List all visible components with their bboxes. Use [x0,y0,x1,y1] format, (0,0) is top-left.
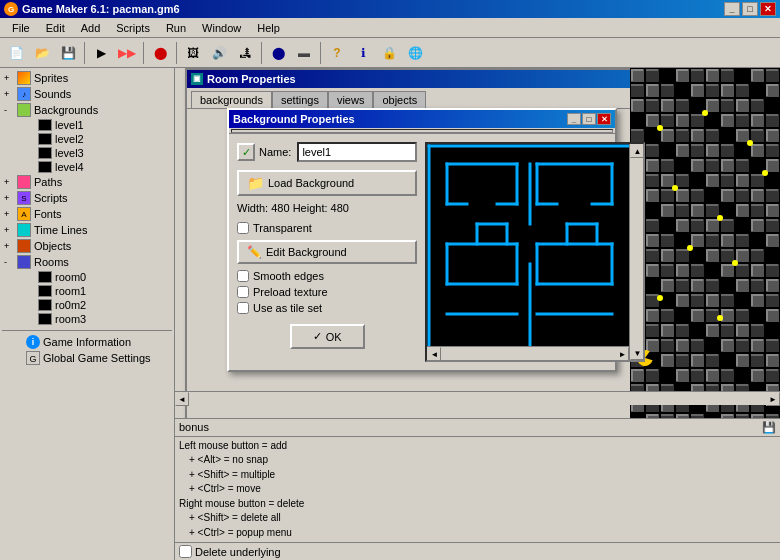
tree-folder-scripts[interactable]: + S Scripts [2,190,172,206]
game-info-item[interactable]: i Game Information [2,334,172,350]
global-settings-item[interactable]: G Global Game Settings [2,350,172,366]
tree-folder-paths[interactable]: + Paths [2,174,172,190]
expand-sounds[interactable]: + [4,89,14,99]
name-input[interactable] [297,142,417,162]
stop-tool[interactable]: ⬤ [148,41,172,65]
fonts-label: Fonts [34,208,62,220]
tree-file-room3[interactable]: room3 [14,312,172,326]
toolbar: 📄 📂 💾 ▶ ▶▶ ⬤ 🖼 🔊 🏞 ⬤ ▬ ? ℹ 🔒 🌐 [0,38,780,68]
size-display: Width: 480 Height: 480 [237,202,417,214]
add-bg-tool[interactable]: 🏞 [233,41,257,65]
menu-add[interactable]: Add [73,20,109,36]
tab-backgrounds[interactable]: backgrounds [191,91,272,108]
add-sound-tool[interactable]: 🔊 [207,41,231,65]
menu-scripts[interactable]: Scripts [108,20,158,36]
accept-icon[interactable]: ✓ [237,143,255,161]
run-tool[interactable]: ▶ [89,41,113,65]
title-bar: G Game Maker 6.1: pacman.gm6 _ □ ✕ [0,0,780,18]
preview-hscroll[interactable]: ◄ ► [427,346,629,360]
maze-canvas [427,144,633,350]
tileset-checkbox[interactable] [237,302,249,314]
run-game-tool[interactable]: ⬤ [266,41,290,65]
tree-file-level1[interactable]: level1 [14,118,172,132]
ok-button[interactable]: ✓ OK [290,324,365,349]
web-tool[interactable]: 🌐 [403,41,427,65]
expand-paths[interactable]: + [4,177,14,187]
tree-folder-sounds[interactable]: + ♪ Sounds [2,86,172,102]
tree-file-room1[interactable]: room1 [14,284,172,298]
bg-minimize-btn[interactable]: _ [567,113,581,125]
tree-folder-rooms[interactable]: - Rooms [2,254,172,270]
bg-preview: ▲ ▼ ◄ ► [425,142,645,362]
maximize-button[interactable]: □ [742,2,758,16]
tree-folder-sprites[interactable]: + Sprites [2,70,172,86]
bg-title-controls[interactable]: _ □ ✕ [567,113,611,125]
vscroll-down-btn[interactable]: ▼ [630,346,644,360]
smooth-edges-checkbox[interactable] [237,270,249,282]
expand-timelines[interactable]: + [4,225,14,235]
tab-objects[interactable]: objects [373,91,426,108]
tree-folder-backgrounds[interactable]: - Backgrounds [2,102,172,118]
title-bar-controls[interactable]: _ □ ✕ [724,2,776,16]
menu-run[interactable]: Run [158,20,194,36]
delete-underlying-checkbox[interactable] [179,545,192,558]
tree-folder-fonts[interactable]: + A Fonts [2,206,172,222]
tree-file-level2[interactable]: level2 [14,132,172,146]
tree-folder-timelines[interactable]: + Time Lines [2,222,172,238]
load-background-button[interactable]: 📁 Load Background [237,170,417,196]
tab-views[interactable]: views [328,91,374,108]
expand-backgrounds[interactable]: - [4,105,14,115]
transparent-checkbox[interactable] [237,222,249,234]
menu-window[interactable]: Window [194,20,249,36]
lock-tool[interactable]: 🔒 [377,41,401,65]
save-tool[interactable]: 💾 [56,41,80,65]
minimize-button[interactable]: _ [724,2,740,16]
menu-file[interactable]: File [4,20,38,36]
menu-edit[interactable]: Edit [38,20,73,36]
expand-scripts[interactable]: + [4,193,14,203]
backgrounds-children: level1 level2 level3 level4 [2,118,172,174]
level3-thumb [38,147,52,159]
close-button[interactable]: ✕ [760,2,776,16]
hscroll-right-btn[interactable]: ► [615,347,629,361]
preload-checkbox[interactable] [237,286,249,298]
vscroll-up-btn[interactable]: ▲ [630,144,644,158]
expand-rooms[interactable]: - [4,257,14,267]
run-mode-tool[interactable]: ▬ [292,41,316,65]
bonus-header: bonus 💾 [175,419,780,437]
info-tool[interactable]: ℹ [351,41,375,65]
new-tool[interactable]: 📄 [4,41,28,65]
tree-file-level4[interactable]: level4 [14,160,172,174]
tree-file-room2[interactable]: ro0m2 [14,298,172,312]
preview-vscroll[interactable]: ▲ ▼ [629,144,643,360]
menu-help[interactable]: Help [249,20,288,36]
global-settings-label: Global Game Settings [43,352,151,364]
expand-sprites[interactable]: + [4,73,14,83]
edit-background-button[interactable]: ✏️ Edit Background [237,240,417,264]
hscroll-left-btn[interactable]: ◄ [427,347,441,361]
scripts-label: Scripts [34,192,68,204]
tab-settings[interactable]: settings [272,91,328,108]
level4-thumb [38,161,52,173]
tree-file-room0[interactable]: room0 [14,270,172,284]
preload-label: Preload texture [253,286,328,298]
main-hscrollbar[interactable]: ◄ ► [175,391,780,405]
name-label: Name: [259,146,291,158]
bg-maximize-btn[interactable]: □ [582,113,596,125]
help-tool[interactable]: ? [325,41,349,65]
rooms-children: room0 room1 ro0m2 room3 [2,270,172,326]
expand-objects[interactable]: + [4,241,14,251]
main-scroll-right[interactable]: ► [766,392,780,406]
tree-folder-objects[interactable]: + Objects [2,238,172,254]
open-tool[interactable]: 📂 [30,41,54,65]
expand-fonts[interactable]: + [4,209,14,219]
tree-file-level3[interactable]: level3 [14,146,172,160]
add-sprite-tool[interactable]: 🖼 [181,41,205,65]
delete-underlying-label: Delete underlying [195,546,281,558]
backgrounds-icon [17,103,31,117]
preview-area[interactable]: ▲ ▼ ◄ ► [425,142,645,362]
save-icon[interactable]: 💾 [762,421,776,434]
main-scroll-left[interactable]: ◄ [175,392,189,406]
run-debug-tool[interactable]: ▶▶ [115,41,139,65]
bg-close-btn[interactable]: ✕ [597,113,611,125]
